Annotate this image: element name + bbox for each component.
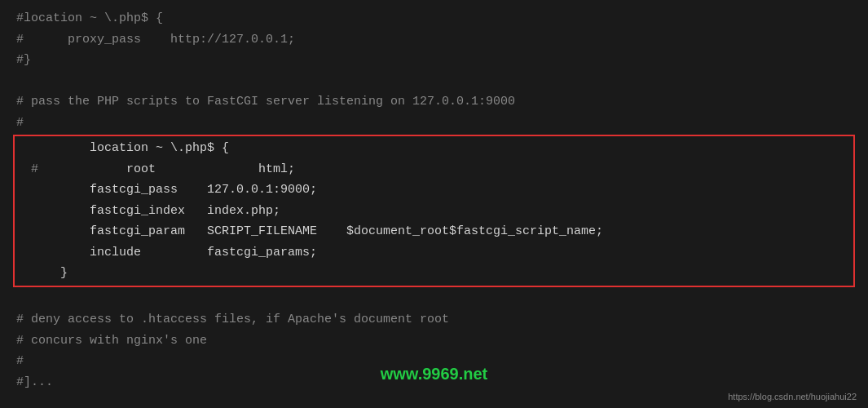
code-line: } — [15, 263, 853, 284]
code-container: #location ~ \.php$ { # proxy_pass http:/… — [0, 0, 868, 408]
code-line: # deny access to .htaccess files, if Apa… — [0, 309, 868, 330]
code-line: # concurs with nginx's one — [0, 330, 868, 352]
code-line: fastcgi_param SCRIPT_FILENAME $document_… — [15, 221, 853, 242]
blank-line — [0, 71, 868, 92]
code-line: location ~ \.php$ { — [15, 138, 853, 159]
attribution: https://blog.csdn.net/huojiahui22 — [728, 392, 857, 401]
code-line: # — [0, 113, 868, 134]
watermark: www.9969.net — [381, 365, 488, 384]
code-line: include fastcgi_params; — [15, 242, 853, 264]
code-line: #location ~ \.php$ { — [0, 8, 868, 29]
code-line: # pass the PHP scripts to FastCGI server… — [0, 91, 868, 113]
code-line: # proxy_pass http://127.0.0.1; — [0, 29, 868, 51]
code-line: #} — [0, 50, 868, 71]
highlight-box: location ~ \.php$ { # root html; fastcgi… — [13, 135, 855, 287]
blank-line — [0, 289, 868, 310]
code-line: # root html; — [15, 159, 853, 180]
code-line: fastcgi_pass 127.0.0.1:9000; — [15, 180, 853, 201]
code-line: fastcgi_index index.php; — [15, 201, 853, 222]
